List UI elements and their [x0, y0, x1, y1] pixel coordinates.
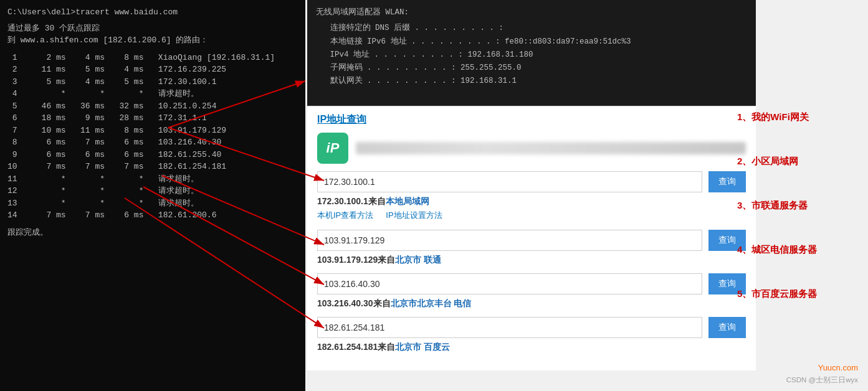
ip-section: 查询103.216.40.30来自北京市北京丰台 电信	[317, 273, 746, 309]
watermark: Yuucn.com	[818, 363, 858, 372]
ip-section: 查询182.61.254.181来自北京市 百度云	[317, 317, 746, 353]
network-line: 默认网关 . . . . . . . . . : 192.168.31.1	[316, 75, 747, 88]
network-panel-title: 无线局域网适配器 WLAN:	[316, 6, 747, 19]
annotation-item-4: 4、城区电信服务器	[737, 243, 862, 256]
csdn-credit: CSDN @士别三日wyx	[786, 375, 858, 385]
annotations-panel: 1、我的WiFi网关2、小区局域网3、市联通服务器4、城区电信服务器5、市百度云…	[737, 0, 862, 391]
terminal-row: 1 2 ms 4 ms 8 ms XiaoQiang [192.168.31.1…	[7, 52, 298, 64]
annotation-item-5: 5、市百度云服务器	[737, 287, 862, 300]
terminal-row: 11 * * * 请求超时。	[7, 173, 298, 186]
ip-input-field[interactable]	[317, 171, 702, 192]
terminal-row: 6 18 ms 9 ms 28 ms 172.31.1.1	[7, 112, 298, 125]
ip-section: 查询172.30.100.1来自本地局域网本机IP查看方法IP地址设置方法	[317, 171, 746, 221]
network-line: 连接特定的 DNS 后缀 . . . . . . . . . :	[316, 22, 747, 35]
terminal-line1: 通过最多 30 个跃点跟踪	[7, 22, 298, 35]
terminal-row: 9 6 ms 6 ms 6 ms 182.61.255.40	[7, 149, 298, 161]
ip-input-field[interactable]	[317, 230, 702, 251]
ip-input-row: 查询	[317, 171, 746, 192]
ip-logo-row: iP	[317, 133, 746, 164]
terminal-row: 3 5 ms 4 ms 5 ms 172.30.100.1	[7, 76, 298, 88]
ip-result: 103.91.179.129来自北京市 联通	[317, 255, 746, 266]
local-ip-link[interactable]: 本机IP查看方法	[317, 210, 373, 221]
network-line: IPv4 地址 . . . . . . . . . : 192.168.31.1…	[316, 49, 747, 62]
ip-lookup-panel: IP地址查询 iP 查询172.30.100.1来自本地局域网本机IP查看方法I…	[307, 107, 756, 370]
terminal-footer: 跟踪完成。	[7, 227, 298, 239]
terminal-line2: 到 www.a.shifen.com [182.61.200.6] 的路由：	[7, 34, 298, 47]
annotation-items: 1、我的WiFi网关2、小区局域网3、市联通服务器4、城区电信服务器5、市百度云…	[737, 92, 862, 300]
ip-lookup-title[interactable]: IP地址查询	[317, 113, 746, 126]
terminal-row: 4 * * * 请求超时。	[7, 88, 298, 100]
ip-links: 本机IP查看方法IP地址设置方法	[317, 210, 746, 221]
ip-input-field[interactable]	[317, 317, 702, 338]
network-line: 本地链接 IPv6 地址 . . . . . . . . . : fe80::d…	[316, 35, 747, 49]
ip-logo: iP	[317, 133, 348, 164]
terminal-row: 13 * * * 请求超时。	[7, 197, 298, 210]
terminal-row: 7 10 ms 11 ms 8 ms 103.91.179.129	[7, 125, 298, 137]
network-line: 子网掩码 . . . . . . . . . : 255.255.255.0	[316, 62, 747, 75]
terminal-row: 10 7 ms 7 ms 7 ms 182.61.254.181	[7, 161, 298, 173]
ip-result: 103.216.40.30来自北京市北京丰台 电信	[317, 298, 746, 309]
terminal-row: 14 7 ms 7 ms 6 ms 182.61.200.6	[7, 209, 298, 222]
network-info-panel: 无线局域网适配器 WLAN: 连接特定的 DNS 后缀 . . . . . . …	[307, 0, 756, 106]
terminal-panel: C:\Users\dell>tracert www.baidu.com 通过最多…	[0, 0, 305, 391]
network-lines: 连接特定的 DNS 后缀 . . . . . . . . . : 本地链接 IP…	[316, 22, 747, 88]
ip-input-row: 查询	[317, 230, 746, 251]
ip-input-row: 查询	[317, 273, 746, 294]
terminal-prompt: C:\Users\dell>tracert www.baidu.com	[7, 6, 298, 19]
terminal-rows: 1 2 ms 4 ms 8 ms XiaoQiang [192.168.31.1…	[7, 52, 298, 222]
ip-input-field[interactable]	[317, 273, 702, 294]
ip-settings-link[interactable]: IP地址设置方法	[386, 210, 442, 221]
ip-result: 172.30.100.1来自本地局域网	[317, 196, 746, 207]
terminal-row: 12 * * * 请求超时。	[7, 185, 298, 197]
ip-section: 查询103.91.179.129来自北京市 联通	[317, 230, 746, 266]
ip-logo-blur	[356, 142, 746, 154]
annotation-item-2: 2、小区局域网	[737, 154, 862, 167]
ip-entries: 查询172.30.100.1来自本地局域网本机IP查看方法IP地址设置方法查询1…	[317, 171, 746, 353]
annotation-item-3: 3、市联通服务器	[737, 199, 862, 212]
annotation-item-1: 1、我的WiFi网关	[737, 110, 862, 123]
terminal-row: 5 46 ms 36 ms 32 ms 10.251.0.254	[7, 100, 298, 113]
ip-input-row: 查询	[317, 317, 746, 338]
ip-result: 182.61.254.181来自北京市 百度云	[317, 342, 746, 353]
terminal-row: 8 6 ms 7 ms 6 ms 103.216.40.30	[7, 136, 298, 149]
terminal-row: 2 11 ms 5 ms 4 ms 172.16.239.225	[7, 64, 298, 76]
